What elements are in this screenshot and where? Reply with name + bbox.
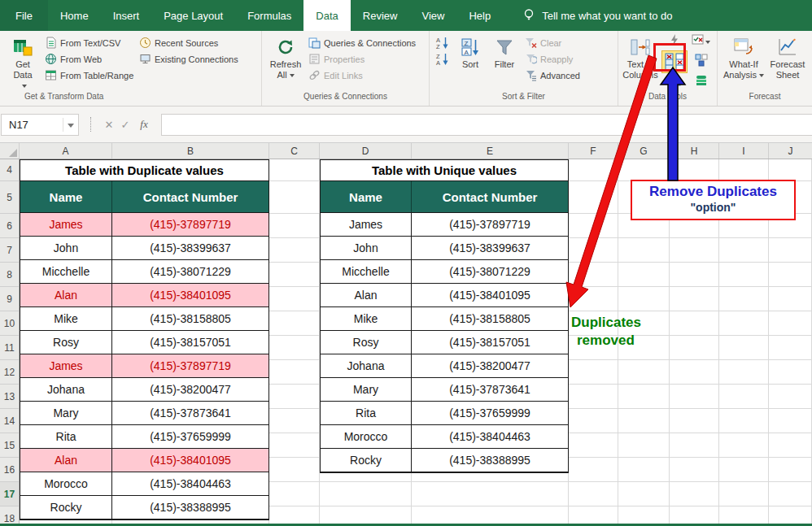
duplicates-table-title[interactable]: Table with Duplicate values (20, 160, 268, 181)
header-cell-contact[interactable]: Contact Number (412, 181, 568, 212)
cell-contact[interactable]: (415)-38399637 (412, 237, 568, 259)
relationships-button[interactable] (668, 75, 681, 89)
column-header[interactable]: E (412, 143, 569, 159)
column-header[interactable]: C (269, 143, 320, 159)
insert-function-icon[interactable]: fx (133, 118, 155, 131)
from-text-csv-button[interactable]: From Text/CSV (42, 35, 137, 51)
sort-az-button[interactable]: AZ (433, 35, 454, 51)
cell-name[interactable]: Micchelle (321, 260, 412, 283)
sort-button[interactable]: ZA Sort (454, 33, 487, 70)
cell-contact[interactable]: (415)-38071229 (412, 260, 568, 283)
cell-name[interactable]: Morocco (20, 472, 112, 495)
row-header[interactable]: 16 (0, 458, 19, 482)
cell-contact[interactable]: (415)-37897719 (112, 354, 268, 377)
cancel-icon[interactable]: ✕ (101, 119, 117, 131)
tab-review[interactable]: Review (351, 0, 410, 31)
cell-name[interactable]: Alan (20, 284, 112, 306)
get-data-button[interactable]: Get Data (3, 33, 42, 91)
cell-name[interactable]: James (20, 354, 112, 377)
cell-name[interactable]: Morocco (321, 425, 412, 448)
tab-data[interactable]: Data (303, 0, 350, 31)
formula-bar-handle[interactable] (90, 117, 91, 132)
row-header[interactable]: 9 (0, 287, 19, 311)
cell-contact[interactable]: (415)-38388995 (112, 496, 268, 519)
cell-name[interactable]: Rita (20, 425, 112, 448)
cell-contact[interactable]: (415)-38401095 (112, 449, 268, 472)
cell-contact[interactable]: (415)-38158805 (412, 307, 568, 330)
column-header[interactable]: I (719, 143, 769, 159)
edit-links-button[interactable]: Edit Links (306, 67, 426, 84)
cell-contact[interactable]: (415)-37873641 (112, 402, 268, 424)
cell-name[interactable]: Rita (321, 402, 412, 424)
column-header[interactable]: J (769, 143, 812, 159)
sort-za-button[interactable]: ZA (433, 51, 454, 67)
cell-contact[interactable]: (415)-38157051 (412, 331, 568, 354)
existing-connections-button[interactable]: Existing Connections (137, 51, 251, 67)
tell-me-box[interactable]: Tell me what you want to do (522, 0, 672, 31)
column-header[interactable]: D (320, 143, 412, 159)
properties-button[interactable]: Properties (306, 51, 426, 67)
row-header[interactable]: 5 (0, 181, 19, 214)
row-header[interactable]: 10 (0, 311, 19, 336)
formula-input[interactable] (161, 114, 812, 136)
name-box[interactable]: N17 (1, 114, 79, 136)
cell-contact[interactable]: (415)-37897719 (112, 213, 268, 236)
row-header[interactable]: 12 (0, 360, 19, 385)
cell-contact[interactable]: (415)-37873641 (412, 378, 568, 401)
manage-data-model-button[interactable] (695, 75, 708, 89)
filter-button[interactable]: Filter (487, 33, 522, 70)
row-header[interactable]: 11 (0, 336, 19, 360)
data-validation-button[interactable] (692, 34, 710, 49)
select-all-corner[interactable] (0, 143, 20, 159)
column-header[interactable]: G (618, 143, 670, 159)
cell-contact[interactable]: (415)-38399637 (112, 237, 268, 259)
advanced-filter-button[interactable]: Advanced (522, 67, 607, 84)
row-header[interactable]: 6 (0, 214, 19, 238)
cell-contact[interactable]: (415)-38401095 (112, 284, 268, 306)
cell-name[interactable]: Rocky (321, 449, 412, 472)
cell-contact[interactable]: (415)-37897719 (412, 213, 568, 236)
cell-contact[interactable]: (415)-38404463 (112, 472, 268, 495)
cell-contact[interactable]: (415)-38157051 (112, 331, 268, 354)
what-if-analysis-button[interactable]: What-If Analysis (721, 33, 766, 80)
refresh-all-button[interactable]: Refresh All (265, 33, 306, 80)
queries-connections-button[interactable]: Queries & Connections (306, 35, 426, 51)
cell-name[interactable]: Mike (321, 307, 412, 330)
cell-name[interactable]: Mary (321, 378, 412, 401)
row-header[interactable]: 7 (0, 238, 19, 263)
cell-contact[interactable]: (415)-38404463 (412, 425, 568, 448)
cell-name[interactable]: Mike (20, 307, 112, 330)
cell-name[interactable]: James (20, 213, 112, 236)
row-header[interactable]: 13 (0, 385, 19, 409)
row-header[interactable]: 14 (0, 409, 19, 433)
cell-name[interactable]: Johana (321, 354, 412, 377)
from-web-button[interactable]: From Web (42, 51, 137, 67)
column-header[interactable]: F (569, 143, 618, 159)
row-header[interactable]: 4 (0, 159, 19, 181)
cell-name[interactable]: Johana (20, 378, 112, 401)
cell-name[interactable]: Rocky (20, 496, 112, 519)
cell-contact[interactable]: (415)-38401095 (412, 284, 568, 306)
cell-name[interactable]: John (321, 237, 412, 259)
tab-insert[interactable]: Insert (101, 0, 152, 31)
forecast-sheet-button[interactable]: Forecast Sheet (766, 33, 809, 80)
cell-contact[interactable]: (415)-38071229 (112, 260, 268, 283)
cell-name[interactable]: John (20, 237, 112, 259)
tab-page-layout[interactable]: Page Layout (151, 0, 235, 31)
enter-icon[interactable]: ✓ (117, 119, 133, 131)
cell-name[interactable]: Alan (321, 284, 412, 306)
reapply-filter-button[interactable]: Reapply (522, 51, 607, 67)
cell-contact[interactable]: (415)-38200477 (412, 354, 568, 377)
cell-contact[interactable]: (415)-38158805 (112, 307, 268, 330)
tab-help[interactable]: Help (456, 0, 503, 31)
column-header[interactable]: B (112, 143, 269, 159)
tab-formulas[interactable]: Formulas (235, 0, 303, 31)
row-header[interactable]: 15 (0, 433, 19, 458)
cell-name[interactable]: Micchelle (20, 260, 112, 283)
cell-contact[interactable]: (415)-37659999 (412, 402, 568, 424)
row-header[interactable]: 8 (0, 263, 19, 287)
cell-name[interactable]: Rosy (20, 331, 112, 354)
tab-view[interactable]: View (409, 0, 456, 31)
tab-file[interactable]: File (0, 0, 48, 31)
cell-contact[interactable]: (415)-38388995 (412, 449, 568, 472)
